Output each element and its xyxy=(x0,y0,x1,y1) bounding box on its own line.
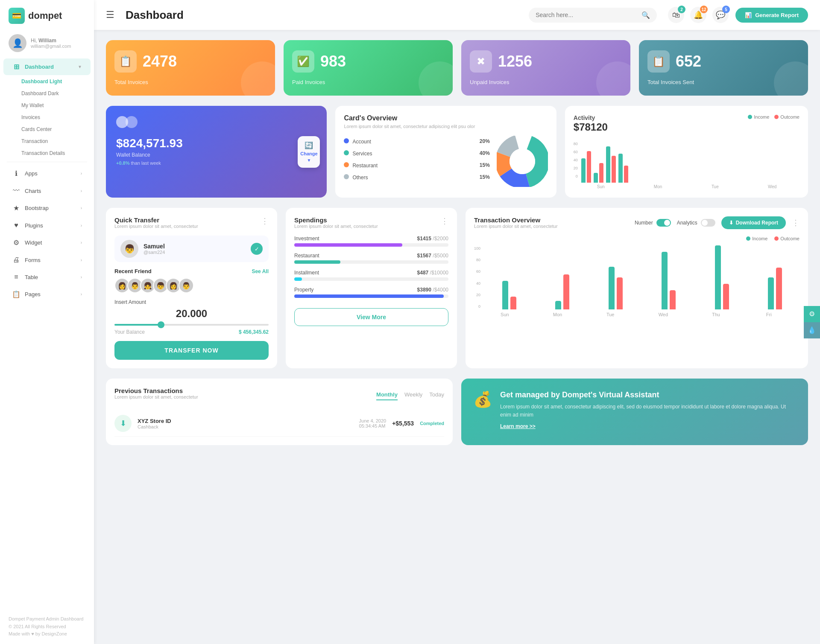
donut-chart xyxy=(497,136,548,187)
settings-float-button[interactable]: ⚙ xyxy=(804,306,820,322)
chevron-right-icon: › xyxy=(81,171,82,176)
sidebar-sub-dashboard-light[interactable]: Dashboard Light xyxy=(0,76,94,87)
sidebar-item-apps[interactable]: ℹ Apps › xyxy=(3,165,91,182)
income-dot xyxy=(748,115,752,119)
wallet-icon-btn[interactable]: 🛍 2 xyxy=(668,7,684,23)
download-report-button[interactable]: ⬇ Download Report xyxy=(721,216,786,229)
message-btn[interactable]: 💬 5 xyxy=(712,7,729,23)
tx-bar-fri-income xyxy=(768,277,774,309)
notification-badge: 12 xyxy=(700,6,708,13)
sidebar-sub-my-wallet[interactable]: My Wallet xyxy=(0,99,94,111)
bar-tue-outcome xyxy=(612,156,616,183)
sidebar-item-charts[interactable]: 〰 Charts › xyxy=(3,183,91,199)
income-label: Income xyxy=(754,114,769,119)
page-title: Dashboard xyxy=(126,9,522,22)
tx-x-labels: Sun Mon Tue Wed Thu Fri xyxy=(474,312,800,317)
va-learn-more-link[interactable]: Learn more >> xyxy=(500,423,796,429)
download-icon: ⬇ xyxy=(729,220,733,226)
sidebar-charts-label: Charts xyxy=(25,188,41,194)
bar-installment xyxy=(294,277,302,281)
tx-bar-tue-outcome xyxy=(617,277,623,309)
sidebar-bootstrap-label: Bootstrap xyxy=(25,205,49,211)
slider-fill xyxy=(114,324,161,326)
generate-report-button[interactable]: 📊 Generate Report xyxy=(735,8,808,23)
tx-row-amount: +$5,553 xyxy=(392,420,414,427)
qt-handle: @sam224 xyxy=(144,250,165,255)
view-more-button[interactable]: View More xyxy=(294,308,448,326)
sidebar-item-plugins[interactable]: ♥ Plugins › xyxy=(3,217,91,233)
amount-slider[interactable] xyxy=(114,324,269,326)
bar-group-mon xyxy=(594,163,603,183)
stats-row: 📋 2478 Total Invoices ✅ 983 Paid Invoice… xyxy=(106,40,808,96)
transfer-now-button[interactable]: TRANSFER NOW xyxy=(114,341,269,360)
apps-icon: ℹ xyxy=(12,169,20,178)
menu-icon[interactable]: ☰ xyxy=(106,9,114,20)
sidebar-item-pages[interactable]: 📋 Pages › xyxy=(3,286,91,303)
download-label: Download Report xyxy=(736,220,778,226)
app-name: dompet xyxy=(28,10,62,21)
search-input[interactable] xyxy=(536,12,638,18)
sidebar-item-table[interactable]: ≡ Table › xyxy=(3,269,91,285)
chevron-right-icon-8: › xyxy=(81,292,82,297)
number-toggle[interactable] xyxy=(656,219,671,227)
spending-items: Investment $1415 /$2000 Restaurant $1567… xyxy=(294,236,448,298)
bar-property xyxy=(294,294,444,298)
change-button[interactable]: 🔄 Change ▼ xyxy=(298,136,320,168)
toggle-analytics-label: Analytics xyxy=(677,220,697,226)
tx-menu-icon[interactable]: ⋮ xyxy=(792,218,800,227)
tx-row-icon: ⬇ xyxy=(114,415,132,432)
water-float-button[interactable]: 💧 xyxy=(804,322,820,338)
toggle-knob-analytics xyxy=(702,220,708,226)
activity-title: Activity xyxy=(574,114,608,121)
va-content: Get managed by Dompet's Virtual Assistan… xyxy=(500,390,796,429)
qt-title: Quick Transfer xyxy=(114,216,198,224)
user-hi: Hi, xyxy=(31,38,37,44)
sidebar-item-bootstrap[interactable]: ★ Bootstrap › xyxy=(3,200,91,216)
qt-menu-icon[interactable]: ⋮ xyxy=(261,216,269,226)
chevron-right-icon-3: › xyxy=(81,206,82,210)
tx-bar-thu xyxy=(697,245,747,309)
sidebar-sub-dashboard-dark[interactable]: Dashboard Dark xyxy=(0,87,94,99)
stat-label-unpaid: Unpaid Invoices xyxy=(470,79,622,85)
stat-value-unpaid: 1256 xyxy=(498,52,532,70)
tab-weekly[interactable]: Weekly xyxy=(404,391,422,400)
spendings-menu-icon[interactable]: ⋮ xyxy=(441,216,448,226)
sidebar-item-dashboard[interactable]: ⊞ Dashboard ▼ xyxy=(3,58,91,75)
notification-btn[interactable]: 🔔 12 xyxy=(690,7,706,23)
footer-copy: © 2021 All Rights Reserved xyxy=(9,623,85,631)
sidebar-user: 👤 Hi, William william@gmail.com xyxy=(0,30,94,58)
co-desc: Lorem ipsum dolor sit amet, consectetur … xyxy=(344,124,548,129)
see-all-link[interactable]: See All xyxy=(252,268,269,274)
chevron-right-icon-4: › xyxy=(81,223,82,228)
tx-controls: Number Analytics ⬇ Download Report ⋮ xyxy=(635,216,800,229)
sidebar-apps-label: Apps xyxy=(25,170,38,177)
slider-thumb[interactable] xyxy=(158,321,164,328)
tx-legend-outcome: Outcome xyxy=(774,236,800,241)
sidebar-sub-invoices[interactable]: Invoices xyxy=(0,111,94,123)
spending-installment-amount: $487 /$10000 xyxy=(417,270,448,276)
bar-restaurant xyxy=(294,260,340,264)
activity-legend: Income Outcome xyxy=(748,114,800,119)
stat-icon-total: 📋 xyxy=(114,50,137,73)
tx-bar-mon-income xyxy=(555,301,561,309)
tx-bar-sun-outcome xyxy=(510,297,516,309)
stat-value-sent: 652 xyxy=(676,52,701,70)
tx-bar-wed xyxy=(644,252,694,309)
sidebar-sub-transaction[interactable]: Transaction xyxy=(0,135,94,147)
sidebar-sub-transaction-details[interactable]: Transaction Details xyxy=(0,147,94,159)
chevron-down-icon: ▼ xyxy=(78,64,82,69)
tx-bar-fri xyxy=(751,268,800,309)
sidebar-item-widget[interactable]: ⚙ Widget › xyxy=(3,234,91,251)
sidebar-sub-cards-center[interactable]: Cards Center xyxy=(0,123,94,135)
analytics-toggle[interactable] xyxy=(701,219,715,227)
tab-monthly[interactable]: Monthly xyxy=(376,391,398,400)
qt-user: 👦 Samuel @sam224 ✓ xyxy=(114,236,269,262)
bar-group-sun xyxy=(581,151,591,183)
tx-bar-sun xyxy=(485,281,534,309)
toggle-number: Number xyxy=(635,219,671,227)
tx-bar-thu-income xyxy=(715,245,721,309)
tab-today[interactable]: Today xyxy=(429,391,444,400)
sidebar-item-forms[interactable]: 🖨 Forms › xyxy=(3,252,91,268)
tx-bar-wed-income xyxy=(662,252,668,309)
wallet-card: $824,571.93 Wallet Balance +0.8% than la… xyxy=(106,106,327,198)
